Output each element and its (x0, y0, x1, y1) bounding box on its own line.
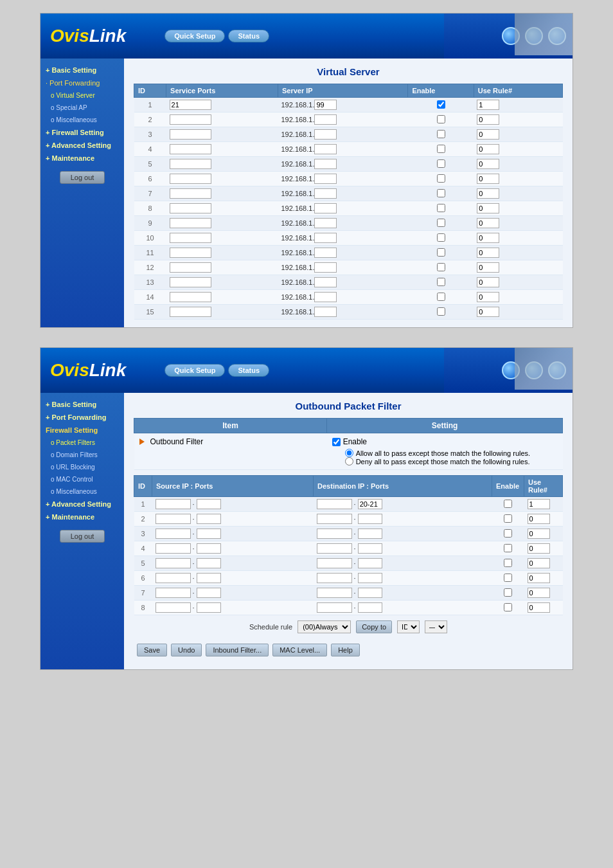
sidebar-advanced[interactable]: + Advanced Setting (40, 139, 124, 152)
service-ports-input[interactable] (170, 248, 211, 258)
service-ports-input[interactable] (170, 307, 211, 317)
service-ports-input[interactable] (170, 114, 211, 125)
opf-enable-checkbox[interactable] (504, 603, 512, 611)
opf-enable-checkbox[interactable] (504, 514, 512, 523)
src-ip-input[interactable] (155, 543, 191, 554)
enable-checkbox-row[interactable] (437, 130, 445, 138)
service-ports-input[interactable] (170, 233, 211, 243)
server-ip-suffix-input[interactable] (314, 203, 337, 213)
enable-checkbox-row[interactable] (437, 189, 445, 197)
server-ip-suffix-input[interactable] (314, 277, 337, 287)
service-ports-input[interactable] (170, 100, 211, 110)
dst-port-input[interactable] (358, 573, 382, 583)
src-port-input[interactable] (197, 573, 221, 583)
service-ports-input[interactable] (170, 277, 211, 287)
src-ip-input[interactable] (155, 529, 191, 539)
dst-port-input[interactable] (358, 558, 382, 568)
opf-enable-checkbox[interactable] (504, 544, 512, 552)
rule-input[interactable] (477, 307, 499, 317)
service-ports-input[interactable] (170, 262, 211, 273)
sidebar-packet-filters[interactable]: o Packet Filters (40, 437, 124, 449)
src-ip-input[interactable] (155, 588, 191, 598)
rule-input[interactable] (477, 129, 499, 140)
dst-ip-input[interactable] (317, 602, 352, 613)
dst-port-input[interactable] (358, 514, 382, 524)
enable-checkbox-row[interactable] (437, 174, 445, 183)
enable-checkbox[interactable] (332, 438, 341, 446)
dst-ip-input[interactable] (317, 514, 352, 524)
inbound-filter-button[interactable]: Inbound Filter... (206, 644, 269, 656)
dst-port-input[interactable] (358, 499, 382, 509)
sidebar-basic-setting-2[interactable]: + Basic Setting (40, 398, 124, 411)
service-ports-input[interactable] (170, 218, 211, 228)
enable-checkbox-row[interactable] (437, 115, 445, 123)
dst-ip-input[interactable] (317, 573, 352, 583)
opf-enable-checkbox[interactable] (504, 500, 512, 508)
copy-button[interactable]: Copy to (356, 620, 392, 633)
dst-port-input[interactable] (358, 588, 382, 598)
enable-checkbox-row[interactable] (437, 293, 445, 301)
radio-deny-input[interactable] (345, 457, 353, 466)
service-ports-input[interactable] (170, 174, 211, 184)
opf-rule-input[interactable] (528, 588, 550, 598)
logout-btn-1[interactable]: Log out (60, 171, 105, 184)
service-ports-input[interactable] (170, 144, 211, 154)
rule-input[interactable] (477, 218, 499, 228)
dst-ip-input[interactable] (317, 543, 352, 554)
enable-checkbox-row[interactable] (437, 278, 445, 286)
server-ip-suffix-input[interactable] (314, 144, 337, 154)
dst-ip-input[interactable] (317, 499, 352, 509)
opf-rule-input[interactable] (528, 543, 550, 554)
sidebar-mac-control[interactable]: o MAC Control (40, 473, 124, 485)
src-ip-input[interactable] (155, 514, 191, 524)
server-ip-suffix-input[interactable] (314, 159, 337, 169)
sidebar-port-forwarding[interactable]: · Port Forwarding (40, 77, 124, 89)
server-ip-suffix-input[interactable] (314, 292, 337, 302)
rule-input[interactable] (477, 233, 499, 243)
server-ip-suffix-input[interactable] (314, 129, 337, 140)
server-ip-suffix-input[interactable] (314, 218, 337, 228)
src-port-input[interactable] (197, 588, 221, 598)
rule-input[interactable] (477, 292, 499, 302)
sidebar-virtual-server[interactable]: o Virtual Server (40, 89, 124, 102)
sidebar-maintenance[interactable]: + Maintenance (40, 152, 124, 165)
rule-input[interactable] (477, 203, 499, 213)
opf-rule-input[interactable] (528, 529, 550, 539)
sidebar-firewall[interactable]: + Firewall Setting (40, 126, 124, 139)
opf-rule-input[interactable] (528, 573, 550, 583)
server-ip-suffix-input[interactable] (314, 248, 337, 258)
enable-checkbox-row[interactable] (437, 219, 445, 227)
status-btn-1[interactable]: Status (228, 30, 269, 42)
src-ip-input[interactable] (155, 499, 191, 509)
service-ports-input[interactable] (170, 292, 211, 302)
service-ports-input[interactable] (170, 129, 211, 140)
enable-checkbox-row[interactable] (437, 263, 445, 271)
sidebar-misc-2[interactable]: o Miscellaneous (40, 485, 124, 498)
src-port-input[interactable] (197, 529, 221, 539)
opf-rule-input[interactable] (528, 499, 550, 509)
enable-checkbox-row[interactable] (437, 204, 445, 212)
service-ports-input[interactable] (170, 188, 211, 199)
src-port-input[interactable] (197, 499, 221, 509)
quick-setup-btn-1[interactable]: Quick Setup (164, 30, 225, 42)
logout-btn-2[interactable]: Log out (60, 530, 105, 543)
save-button[interactable]: Save (137, 644, 167, 656)
status-btn-2[interactable]: Status (228, 364, 269, 377)
server-ip-suffix-input[interactable] (314, 100, 337, 110)
opf-enable-checkbox[interactable] (504, 529, 512, 538)
sidebar-misc-1[interactable]: o Miscellaneous (40, 114, 124, 126)
src-port-input[interactable] (197, 514, 221, 524)
enable-checkbox-row[interactable] (437, 307, 445, 316)
enable-checkbox-row[interactable] (437, 159, 445, 168)
dst-ip-input[interactable] (317, 558, 352, 568)
rule-input[interactable] (477, 262, 499, 273)
radio-allow-input[interactable] (345, 449, 353, 457)
enable-checkbox-row[interactable] (437, 100, 445, 109)
src-port-input[interactable] (197, 558, 221, 568)
opf-rule-input[interactable] (528, 558, 550, 568)
server-ip-suffix-input[interactable] (314, 262, 337, 273)
sidebar-advanced-2[interactable]: + Advanced Setting (40, 498, 124, 511)
rule-input[interactable] (477, 144, 499, 154)
sidebar-port-forwarding-2[interactable]: + Port Forwarding (40, 411, 124, 424)
rule-input[interactable] (477, 114, 499, 125)
